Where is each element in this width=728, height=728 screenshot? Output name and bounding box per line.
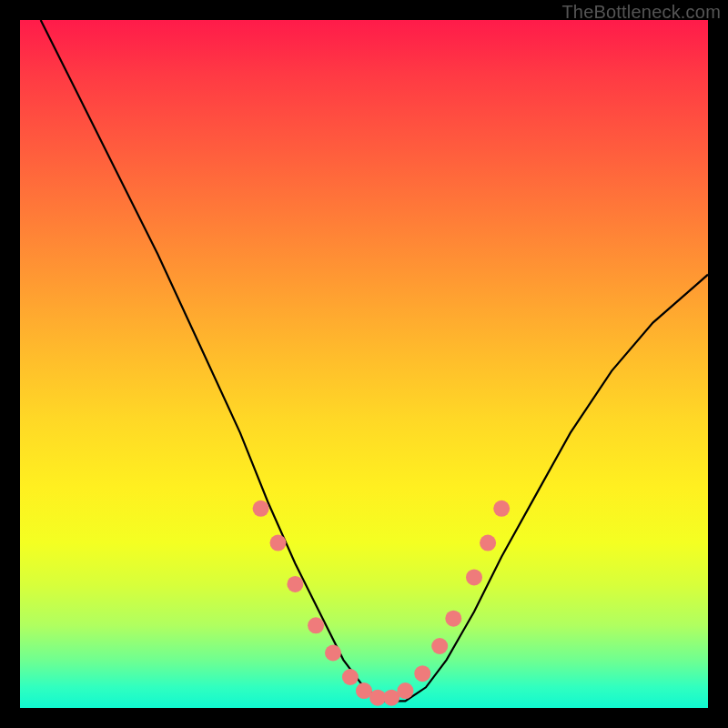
marker-dot: [414, 665, 430, 682]
marker-dot: [445, 611, 461, 627]
chart-container: TheBottleneck.com: [0, 0, 728, 728]
marker-dot: [325, 645, 341, 662]
marker-dot: [493, 500, 510, 517]
marker-dot: [270, 535, 287, 551]
plot-area: [20, 20, 708, 708]
chart-svg: [20, 20, 708, 708]
curve-line: [41, 20, 708, 701]
marker-dot: [431, 638, 448, 654]
marker-dot: [253, 500, 269, 517]
marker-dot: [287, 576, 303, 592]
marker-dot: [397, 682, 413, 699]
marker-dot: [480, 535, 496, 551]
marker-dot: [308, 617, 324, 633]
marker-dot: [342, 669, 359, 685]
marker-dot: [466, 569, 482, 585]
